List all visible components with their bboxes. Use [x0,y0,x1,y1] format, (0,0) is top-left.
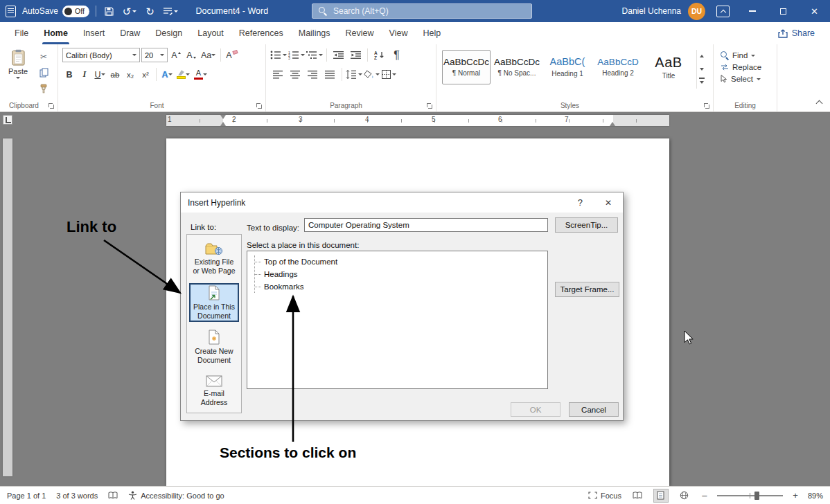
user-avatar[interactable]: DU [688,3,705,20]
align-left-button[interactable] [270,67,286,82]
word-count[interactable]: 3 of 3 words [56,492,98,500]
hanging-indent-marker[interactable] [220,122,226,126]
minimize-button[interactable] [736,0,768,22]
bold-button[interactable]: B [62,67,76,82]
ribbon-display-options-button[interactable] [716,6,730,17]
style-heading-1[interactable]: AaBbC( Heading 1 [543,50,592,84]
tree-item-bookmarks[interactable]: Bookmarks [255,280,547,293]
font-color-button[interactable]: A [193,67,209,82]
zoom-level[interactable]: 89% [808,492,823,500]
read-mode-button[interactable] [630,489,645,503]
tab-mailings[interactable]: Mailings [291,22,338,44]
tab-file[interactable]: File [7,22,36,44]
dialog-help-button[interactable]: ? [578,197,583,208]
zoom-out-button[interactable]: – [700,490,709,501]
font-name-select[interactable]: Calibri (Body) [62,48,140,62]
align-center-button[interactable] [288,67,303,82]
multilevel-list-button[interactable] [306,48,323,62]
link-to-email-address-option[interactable]: E-mail Address [189,372,239,411]
accessibility-status[interactable]: Accessibility: Good to go [128,491,224,500]
justify-button[interactable] [322,67,338,82]
tab-references[interactable]: References [231,22,291,44]
highlight-button[interactable] [175,67,191,82]
show-formatting-marks-button[interactable]: ¶ [389,48,405,62]
copy-button[interactable] [35,66,52,79]
save-button[interactable] [103,2,116,20]
subscript-button[interactable]: x₂ [123,67,137,82]
text-to-display-input[interactable] [304,218,548,232]
underline-button[interactable]: U [93,67,107,82]
link-to-place-in-document-option[interactable]: Place in This Document [189,283,239,322]
styles-gallery-more-button[interactable] [697,75,707,89]
tree-item-top-of-document[interactable]: Top of the Document [255,255,547,268]
close-button[interactable]: ✕ [799,0,830,22]
print-layout-button[interactable] [653,489,669,503]
select-button[interactable]: Select [721,75,772,83]
sort-button[interactable]: AZ [371,48,387,62]
zoom-in-button[interactable]: + [791,490,800,501]
borders-button[interactable] [381,67,397,82]
tab-selector[interactable] [3,115,12,125]
paragraph-dialog-launcher-icon[interactable] [427,103,433,109]
autosave-switch[interactable]: Off [62,6,89,17]
share-button[interactable]: Share [778,28,815,38]
word-app-icon[interactable] [6,6,16,17]
style-heading-2[interactable]: AaBbCcD Heading 2 [594,50,642,84]
screentip-button[interactable]: ScreenTip... [555,217,618,233]
tab-layout[interactable]: Layout [190,22,231,44]
focus-button[interactable]: Focus [588,492,621,500]
tab-home[interactable]: Home [36,22,76,44]
shrink-font-button[interactable]: A [184,48,198,62]
clipboard-dialog-launcher-icon[interactable] [48,103,55,109]
user-name[interactable]: Daniel Uchenna [622,6,681,16]
tab-design[interactable]: Design [148,22,190,44]
increase-indent-button[interactable] [348,48,364,62]
proofing-button[interactable] [108,492,118,499]
tab-view[interactable]: View [382,22,416,44]
format-painter-button[interactable] [35,82,52,95]
style-normal[interactable]: AaBbCcDc ¶ Normal [442,50,491,84]
autosave-toggle[interactable]: AutoSave Off [22,6,89,17]
paste-button[interactable]: Paste [4,48,32,95]
zoom-slider-thumb[interactable] [754,492,759,500]
zoom-slider[interactable] [717,491,783,501]
first-line-indent-marker[interactable] [220,115,226,119]
align-right-button[interactable] [305,67,321,82]
change-case-button[interactable]: Aa [200,48,217,62]
search-box[interactable] [312,3,532,19]
tab-help[interactable]: Help [415,22,448,44]
grow-font-button[interactable]: A [169,48,183,62]
italic-button[interactable]: I [78,67,91,82]
tab-draw[interactable]: Draw [112,22,148,44]
tree-item-headings[interactable]: Headings [255,268,547,280]
font-dialog-launcher-icon[interactable] [256,103,263,109]
shading-button[interactable] [364,67,380,82]
ok-button[interactable]: OK [511,402,560,417]
find-button[interactable]: Find [721,51,772,60]
numbering-button[interactable]: 123 [288,48,305,62]
tab-insert[interactable]: Insert [76,22,112,44]
style-no-spacing[interactable]: AaBbCcDc ¶ No Spac... [493,50,541,84]
bullets-button[interactable] [270,48,287,62]
line-spacing-button[interactable] [346,67,362,82]
cut-button[interactable]: ✂ [35,50,52,63]
search-input[interactable] [333,6,525,16]
document-places-listbox[interactable]: Top of the Document Headings Bookmarks [247,251,548,389]
styles-scroll-up-button[interactable] [697,50,707,63]
replace-button[interactable]: Replace [721,63,772,71]
undo-button[interactable]: ↺ [123,2,137,20]
strikethrough-button[interactable]: ab [108,67,122,82]
right-indent-marker[interactable] [610,122,615,126]
styles-dialog-launcher-icon[interactable] [704,103,710,109]
dialog-close-button[interactable]: ✕ [605,198,612,208]
superscript-button[interactable]: x² [139,67,152,82]
styles-scroll-down-button[interactable] [697,63,707,76]
web-layout-button[interactable] [677,489,692,503]
tab-review[interactable]: Review [338,22,382,44]
decrease-indent-button[interactable] [330,48,346,62]
link-to-existing-file-option[interactable]: Existing File or Web Page [189,239,239,278]
clear-formatting-button[interactable]: A [224,48,238,62]
text-effects-button[interactable]: A [160,67,174,82]
vertical-ruler[interactable] [3,138,12,476]
maximize-button[interactable] [768,0,799,22]
